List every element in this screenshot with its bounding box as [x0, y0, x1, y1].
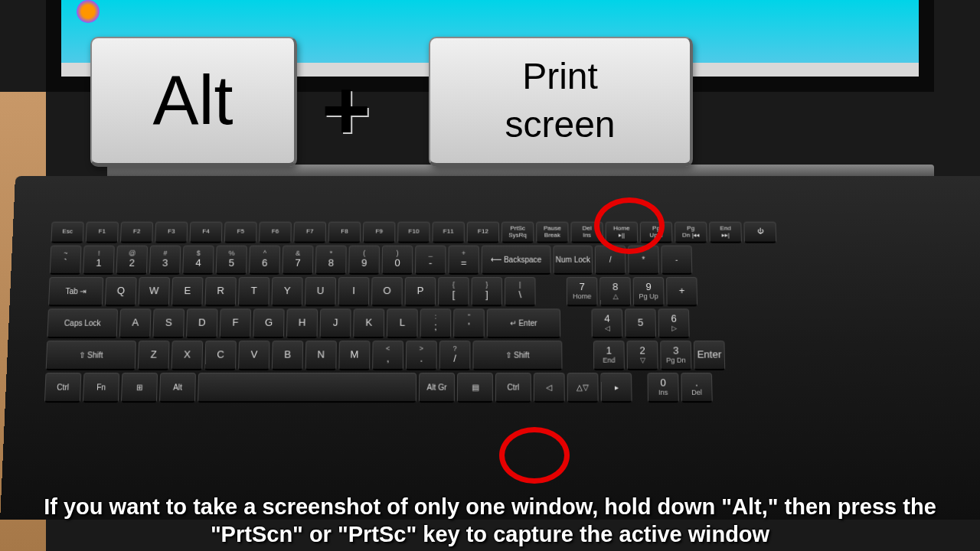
key-0[interactable]: )0: [382, 246, 413, 275]
capslock-key[interactable]: Caps Lock: [47, 308, 118, 338]
key-ctrl[interactable]: Ctrl: [495, 373, 531, 403]
enter-key[interactable]: ↵ Enter: [487, 308, 560, 338]
key-o[interactable]: O: [371, 277, 403, 306]
key-k[interactable]: K: [353, 308, 384, 338]
numpad-key[interactable]: +: [666, 277, 697, 306]
key-▤[interactable]: ▤: [457, 373, 493, 403]
key-v[interactable]: V: [238, 341, 270, 370]
key-5[interactable]: %5: [216, 246, 247, 275]
numpad-key[interactable]: 4◁: [591, 308, 622, 338]
key-x[interactable]: X: [172, 341, 204, 370]
punct-key[interactable]: >.: [406, 341, 437, 370]
key-l[interactable]: L: [387, 308, 418, 338]
numpad-key[interactable]: 0Ins: [647, 373, 678, 403]
key-1[interactable]: !1: [83, 246, 115, 275]
punct-key[interactable]: "': [453, 308, 485, 338]
key-h[interactable]: H: [286, 308, 318, 338]
numpad-key[interactable]: 7Home: [567, 277, 598, 306]
tab-key[interactable]: Tab ⇥: [48, 277, 103, 306]
shift-key-right[interactable]: ⇧ Shift: [472, 341, 562, 370]
numpad-key[interactable]: 3Pg Dn: [660, 341, 691, 370]
print-screen-key-overlay: Print screen: [429, 37, 693, 167]
key-f7[interactable]: F7: [293, 222, 326, 243]
key-e[interactable]: E: [172, 277, 204, 306]
punct-key[interactable]: <,: [372, 341, 403, 370]
key-z[interactable]: Z: [138, 341, 170, 370]
key-pause[interactable]: PauseBreak: [536, 222, 568, 243]
key-alt[interactable]: Alt: [159, 373, 196, 403]
key-g[interactable]: G: [253, 308, 284, 338]
key-t[interactable]: T: [238, 277, 270, 306]
key-4[interactable]: $4: [182, 246, 214, 275]
key-ctrl[interactable]: Ctrl: [44, 373, 81, 403]
key-f9[interactable]: F9: [363, 222, 396, 243]
key-f10[interactable]: F10: [397, 222, 430, 243]
function-key-row: EscF1F2F3F4F5F6F7F8F9F10F11F12PrtScSysRq…: [51, 222, 967, 243]
key-alt-gr[interactable]: Alt Gr: [419, 373, 455, 403]
key-esc[interactable]: Esc: [51, 222, 83, 243]
numpad-key[interactable]: .Del: [681, 373, 712, 403]
key-a[interactable]: A: [119, 308, 152, 338]
arrow-key[interactable]: ▸: [600, 373, 632, 403]
bracket-key[interactable]: |\: [505, 277, 536, 306]
key-w[interactable]: W: [138, 277, 170, 306]
key-`[interactable]: ~`: [50, 246, 82, 275]
numpad-key[interactable]: 5: [625, 308, 656, 338]
key-⏻[interactable]: ⏻: [743, 222, 776, 243]
key-7[interactable]: &7: [282, 246, 313, 275]
key-6[interactable]: ^6: [249, 246, 280, 275]
key-2[interactable]: @2: [116, 246, 149, 275]
bracket-key[interactable]: {[: [438, 277, 469, 306]
key-y[interactable]: Y: [272, 277, 303, 306]
key-b[interactable]: B: [272, 341, 303, 370]
key-s[interactable]: S: [152, 308, 185, 338]
key-f[interactable]: F: [220, 308, 251, 338]
numpad-key[interactable]: 9Pg Up: [633, 277, 665, 306]
key-f3[interactable]: F3: [155, 222, 188, 243]
key-c[interactable]: C: [204, 341, 237, 370]
key-f2[interactable]: F2: [120, 222, 153, 243]
key-r[interactable]: R: [204, 277, 236, 306]
key-f6[interactable]: F6: [259, 222, 292, 243]
key-end[interactable]: End▸▸|: [709, 222, 742, 243]
key-=[interactable]: +=: [448, 246, 479, 275]
key-u[interactable]: U: [305, 277, 336, 306]
numpad-key[interactable]: 8△: [599, 277, 631, 306]
spacebar-key[interactable]: [198, 373, 416, 403]
key-q[interactable]: Q: [105, 277, 137, 306]
numpad-key[interactable]: 6▷: [658, 308, 690, 338]
key-f1[interactable]: F1: [86, 222, 119, 243]
numpad-key[interactable]: 2▽: [627, 341, 658, 370]
key-n[interactable]: N: [305, 341, 337, 370]
key-p[interactable]: P: [405, 277, 436, 306]
key-i[interactable]: I: [338, 277, 370, 306]
key-f5[interactable]: F5: [224, 222, 257, 243]
shift-key-left[interactable]: ⇧ Shift: [46, 341, 136, 370]
backspace-key[interactable]: ⟵ Backspace: [482, 246, 551, 275]
arrow-key[interactable]: ◁: [534, 373, 565, 403]
arrow-key[interactable]: △▽: [567, 373, 599, 403]
key-9[interactable]: (9: [348, 246, 380, 275]
key-fn[interactable]: Fn: [83, 373, 119, 403]
numpad-key[interactable]: 1End: [593, 341, 625, 370]
key-8[interactable]: *8: [315, 246, 347, 275]
punct-key[interactable]: :;: [420, 308, 452, 338]
key-3[interactable]: #3: [149, 246, 181, 275]
key-prtsc[interactable]: PrtScSysRq: [501, 222, 534, 243]
print-label-line1: Print: [522, 53, 598, 100]
numpad-key[interactable]: Enter: [694, 341, 725, 370]
key-m[interactable]: M: [338, 341, 370, 370]
bracket-key[interactable]: }]: [472, 277, 502, 306]
key-f8[interactable]: F8: [328, 222, 361, 243]
numpad-key[interactable]: -: [661, 246, 692, 275]
key-⊞[interactable]: ⊞: [121, 373, 158, 403]
key-f12[interactable]: F12: [467, 222, 499, 243]
punct-key[interactable]: ?/: [439, 341, 471, 370]
key-pg[interactable]: PgDn |◂◂: [675, 222, 707, 243]
key-f11[interactable]: F11: [432, 222, 464, 243]
numlock-key[interactable]: Num Lock: [553, 246, 593, 275]
key--[interactable]: _-: [415, 246, 446, 275]
key-d[interactable]: D: [186, 308, 218, 338]
key-j[interactable]: J: [320, 308, 351, 338]
key-f4[interactable]: F4: [190, 222, 223, 243]
